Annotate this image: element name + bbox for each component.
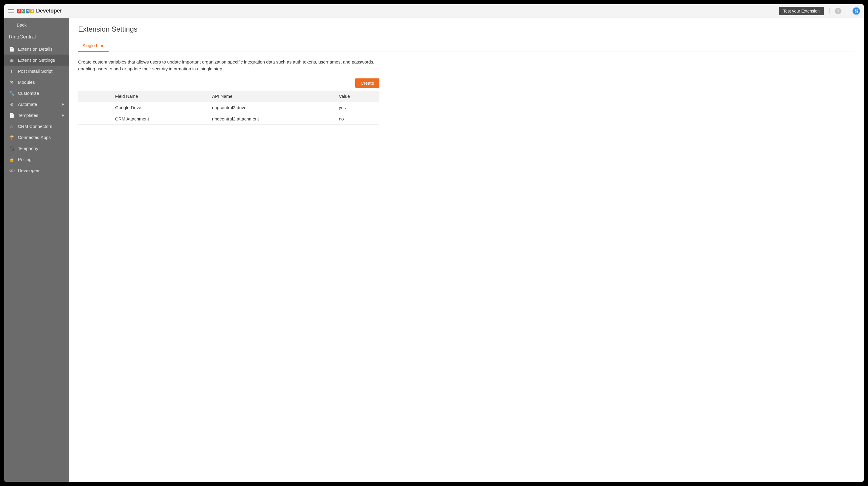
chevron-left-icon: 〈 [9,22,13,27]
sidebar-item-label: CRM Connectors [18,124,64,129]
col-api-name: API Name [208,91,335,102]
sidebar-item-automate[interactable]: ⚙Automate▶ [4,99,69,110]
sidebar-item-pricing[interactable]: 🔒Pricing [4,154,69,165]
tabs: Single Line [78,40,855,52]
cell-field-name: Google Drive [111,102,208,113]
developers-icon: </> [9,168,14,173]
back-button[interactable]: 〈 Back [4,18,69,32]
sidebar-item-label: Templates [18,113,59,118]
col-value: Value [335,91,379,102]
cell-api-name: ringcentral2.attachment [208,113,335,124]
sidebar-item-telephony[interactable]: 🎧Telephony [4,143,69,154]
divider [829,8,830,14]
avatar[interactable] [852,7,860,15]
telephony-icon: 🎧 [9,146,14,151]
sidebar-item-developers[interactable]: </>Developers [4,165,69,176]
app-name: RingCentral [4,32,69,43]
page-description: Create custom variables that allows user… [78,59,379,72]
help-icon[interactable]: ? [835,8,841,14]
tab-single-line[interactable]: Single Line [78,40,108,52]
sidebar-item-crm-connectors[interactable]: ⎌CRM Connectors [4,121,69,132]
cell-value: no [335,113,379,124]
cell-field-name: CRM Attachment [111,113,208,124]
zoho-logo-icon: Z O H O [17,9,34,13]
col-field-name: Field Name [111,91,208,102]
back-label: Back [17,22,27,27]
sidebar-item-label: Extension Details [18,46,64,52]
sidebar-item-templates[interactable]: 📄Templates▶ [4,110,69,121]
crm-connectors-icon: ⎌ [9,124,14,129]
main-content: Extension Settings Single Line Create cu… [69,18,864,482]
sidebar-item-label: Connected Apps [18,135,64,140]
extension-details-icon: 📄 [9,47,14,52]
sidebar-item-extension-details[interactable]: 📄Extension Details [4,43,69,55]
brand-logo[interactable]: Z O H O Developer [17,8,62,14]
chevron-right-icon: ▶ [62,114,64,117]
chevron-right-icon: ▶ [62,103,64,106]
sidebar-item-modules[interactable]: ✖Modules [4,77,69,88]
divider [847,8,847,14]
sidebar-item-connected-apps[interactable]: 📦Connected Apps [4,132,69,143]
pricing-icon: 🔒 [9,157,14,162]
sidebar-item-extension-settings[interactable]: ▦Extension Settings [4,55,69,66]
connected-apps-icon: 📦 [9,135,14,140]
menu-icon[interactable] [8,8,14,14]
sidebar-item-label: Post Install Script [18,69,64,74]
post-install-script-icon: ⬇ [9,69,14,74]
sidebar-item-label: Developers [18,168,64,173]
sidebar-item-label: Automate [18,102,59,107]
cell-value: yes [335,102,379,113]
templates-icon: 📄 [9,113,14,118]
sidebar-item-label: Modules [18,79,64,85]
sidebar-item-label: Pricing [18,157,64,162]
sidebar-item-label: Customize [18,91,64,96]
variables-table: Field Name API Name Value Google Driveri… [78,91,379,125]
brand-text: Developer [36,8,62,14]
sidebar-item-label: Telephony [18,146,64,151]
table-row[interactable]: CRM Attachmentringcentral2.attachmentno [78,113,379,124]
table-header-row: Field Name API Name Value [78,91,379,102]
table-row[interactable]: Google Driveringcentral2.driveyes [78,102,379,113]
page-title: Extension Settings [78,25,855,33]
customize-icon: 🔧 [9,91,14,96]
test-extension-button[interactable]: Test your Extension [779,7,824,15]
sidebar-item-label: Extension Settings [18,58,64,63]
sidebar-item-post-install-script[interactable]: ⬇Post Install Script [4,66,69,77]
modules-icon: ✖ [9,80,14,85]
topbar: Z O H O Developer Test your Extension ? [4,4,864,18]
sidebar-item-customize[interactable]: 🔧Customize [4,88,69,99]
sidebar: 〈 Back RingCentral 📄Extension Details▦Ex… [4,18,69,482]
cell-api-name: ringcentral2.drive [208,102,335,113]
create-button[interactable]: Create [355,78,379,88]
extension-settings-icon: ▦ [9,58,14,63]
automate-icon: ⚙ [9,102,14,107]
